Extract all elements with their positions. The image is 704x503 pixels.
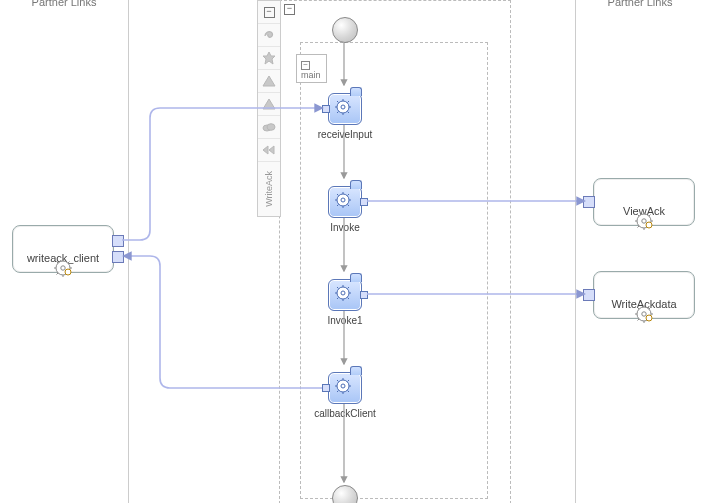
activity-tab-icon [350, 180, 362, 189]
toolbar: − WriteAck [257, 0, 281, 217]
callback-client-label: callbackClient [314, 408, 376, 419]
right-panel-title: Partner Links [576, 0, 704, 8]
toolbar-triangle-icon[interactable] [258, 69, 280, 92]
activity-tab-icon [350, 273, 362, 282]
svg-line-66 [638, 226, 640, 228]
svg-line-13 [337, 101, 339, 103]
left-panel-title: Partner Links [0, 0, 128, 8]
toolbar-star-icon[interactable] [258, 46, 280, 69]
start-node[interactable] [332, 17, 358, 43]
svg-marker-2 [263, 99, 275, 109]
invoke1-activity[interactable] [328, 279, 362, 311]
svg-line-26 [348, 194, 350, 196]
svg-point-48 [61, 266, 65, 270]
svg-line-14 [348, 112, 350, 114]
invoke-activity[interactable] [328, 186, 362, 218]
collapse-main-button[interactable]: − [301, 61, 310, 70]
svg-line-55 [57, 273, 59, 275]
svg-marker-6 [269, 146, 274, 154]
port-in[interactable] [112, 251, 124, 263]
main-scope-label: main [301, 70, 321, 80]
svg-point-57 [65, 269, 71, 275]
svg-line-33 [337, 287, 339, 289]
receive-input-activity[interactable] [328, 93, 362, 125]
svg-line-75 [638, 308, 640, 310]
port-left[interactable] [322, 384, 330, 392]
svg-line-16 [348, 101, 350, 103]
svg-line-53 [57, 262, 59, 264]
toolbar-cloud-icon[interactable] [258, 115, 280, 138]
gear-icon [334, 377, 352, 397]
invoke-label: Invoke [330, 222, 359, 233]
collapse-process-button[interactable]: − [284, 4, 295, 15]
svg-line-45 [337, 391, 339, 393]
port-left[interactable] [322, 105, 330, 113]
svg-point-38 [341, 384, 345, 388]
svg-line-23 [337, 194, 339, 196]
svg-line-43 [337, 380, 339, 382]
svg-line-78 [649, 308, 651, 310]
svg-line-34 [348, 298, 350, 300]
right-panel: Partner Links [575, 0, 704, 503]
gear-icon [634, 304, 654, 326]
gear-icon [334, 191, 352, 211]
invoke1-label: Invoke1 [327, 315, 362, 326]
svg-point-79 [646, 315, 652, 321]
callback-client-activity[interactable] [328, 372, 362, 404]
gear-icon [334, 98, 352, 118]
svg-point-28 [341, 291, 345, 295]
svg-line-67 [649, 215, 651, 217]
gear-icon [334, 284, 352, 304]
svg-line-56 [68, 262, 70, 264]
port-right[interactable] [360, 198, 368, 206]
activity-tab-icon [350, 366, 362, 375]
toolbar-triangle2-icon[interactable] [258, 92, 280, 115]
partner-link-writeackdata[interactable]: WriteAckdata [593, 271, 695, 319]
port-in[interactable] [583, 289, 595, 301]
svg-line-64 [638, 215, 640, 217]
port-right[interactable] [360, 291, 368, 299]
main-scope-tag[interactable]: − main [296, 54, 327, 83]
svg-line-25 [337, 205, 339, 207]
svg-marker-5 [263, 146, 268, 154]
svg-line-44 [348, 391, 350, 393]
toolbar-swirl-icon[interactable] [258, 23, 280, 46]
partner-link-writeack-client[interactable]: writeack_client [12, 225, 114, 273]
svg-marker-1 [263, 76, 275, 86]
svg-line-77 [638, 319, 640, 321]
port-out[interactable] [112, 235, 124, 247]
svg-point-70 [642, 312, 646, 316]
partner-link-viewack[interactable]: ViewAck [593, 178, 695, 226]
toolbar-rewind-icon[interactable] [258, 138, 280, 161]
svg-marker-0 [263, 52, 275, 64]
svg-point-4 [267, 124, 275, 131]
activity-tab-icon [350, 87, 362, 96]
svg-line-15 [337, 112, 339, 114]
svg-point-8 [341, 105, 345, 109]
svg-point-18 [341, 198, 345, 202]
toolbar-label: WriteAck [258, 161, 280, 216]
svg-line-35 [337, 298, 339, 300]
receive-input-label: receiveInput [318, 129, 372, 140]
svg-point-68 [646, 222, 652, 228]
toolbar-collapse[interactable]: − [258, 1, 280, 23]
port-in[interactable] [583, 196, 595, 208]
gear-icon [634, 211, 654, 233]
svg-line-46 [348, 380, 350, 382]
svg-line-24 [348, 205, 350, 207]
svg-line-36 [348, 287, 350, 289]
gear-icon [53, 258, 73, 280]
svg-point-59 [642, 219, 646, 223]
